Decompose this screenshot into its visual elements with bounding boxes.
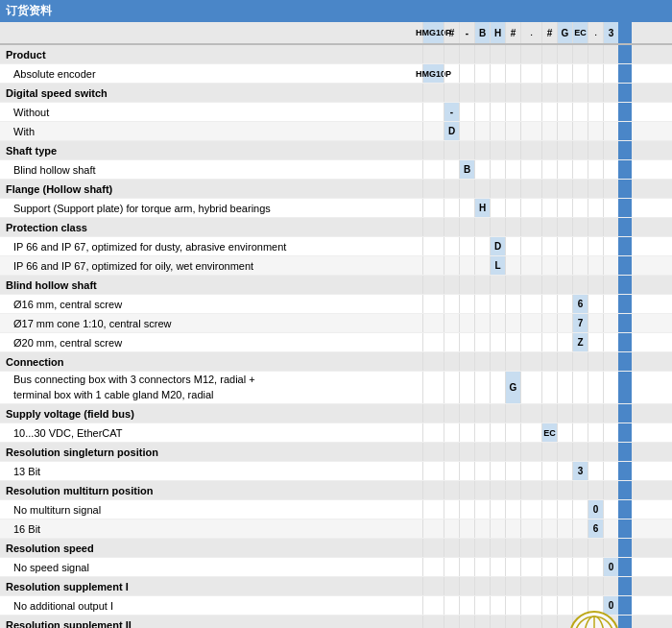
section-res-multi: Resolution multiturn position No multitu…	[0, 481, 672, 539]
section-supply: Supply voltage (field bus) 10...30 VDC, …	[0, 404, 672, 443]
section-header-supply: Supply voltage (field bus)	[0, 404, 672, 423]
section-protection: Protection class IP 66 and IP 67, optimi…	[0, 218, 672, 276]
col-header-label	[0, 22, 422, 43]
row-ip66-dusty: IP 66 and IP 67, optimized for dusty, ab…	[0, 237, 672, 256]
brand-logo: 德	[569, 611, 619, 628]
row-without: Without -	[0, 103, 672, 122]
col-hash2: #	[505, 22, 520, 43]
col-dot1: .	[520, 22, 541, 43]
col-hash1: #	[444, 22, 459, 43]
col-hash3: #	[541, 22, 557, 43]
row-20mm: Ø20 mm, central screw Z	[0, 333, 672, 352]
row-16mm: Ø16 mm, central screw 6	[0, 295, 672, 314]
header-title: 订货资料	[6, 3, 52, 19]
brand-globe-icon: 德	[572, 614, 616, 628]
section-header-res-single: Resolution singleturn position	[0, 443, 672, 462]
section-flange: Flange (Hollow shaft) Support (Support p…	[0, 180, 672, 218]
col-dash: -	[459, 22, 474, 43]
section-res-speed: Resolution speed No speed signal 0	[0, 539, 672, 577]
col-3: 3	[603, 22, 618, 43]
section-header-digital: Digital speed switch	[0, 84, 672, 103]
section-header-res-speed: Resolution speed	[0, 539, 672, 558]
section-product: Product Absolute encoder HMG10P	[0, 45, 672, 84]
row-with: With D	[0, 122, 672, 141]
col-G: G	[557, 22, 572, 43]
section-header-flange: Flange (Hollow shaft)	[0, 180, 672, 199]
column-header-row: HMG10P # - B H # . # G EC . 3	[0, 22, 672, 45]
section-res-single: Resolution singleturn position 13 Bit 3	[0, 443, 672, 481]
section-header-shaft: Shaft type	[0, 141, 672, 160]
section-header-res-multi: Resolution multiturn position	[0, 481, 672, 500]
col-H: H	[490, 22, 505, 43]
row-absolute-encoder: Absolute encoder HMG10P	[0, 64, 672, 84]
col-EC: EC	[572, 22, 588, 43]
row-no-multiturn: No multiturn signal 0	[0, 500, 672, 519]
section-header-product: Product	[0, 45, 672, 64]
page-container: 订货资料 HMG10P # - B H # . # G EC . 3 Produ…	[0, 0, 672, 628]
section-res-supp1: Resolution supplement I No additional ou…	[0, 577, 672, 616]
col-dot2: .	[588, 22, 603, 43]
row-16bit: 16 Bit 6	[0, 519, 672, 539]
col-hmg10p: HMG10P	[422, 22, 444, 43]
row-support: Support (Support plate) for torque arm, …	[0, 199, 672, 218]
header-bar: 订货资料	[0, 0, 672, 22]
row-13bit: 13 Bit 3	[0, 462, 672, 481]
section-shaft: Shaft type Blind hollow shaft B	[0, 141, 672, 180]
row-ip66-oily: IP 66 and IP 67, optimized for oily, wet…	[0, 256, 672, 276]
col-B: B	[474, 22, 490, 43]
row-bus-box: Bus connecting box with 3 connectors M12…	[0, 372, 672, 404]
row-ethercat: 10...30 VDC, EtherCAT EC	[0, 423, 672, 443]
section-header-protection: Protection class	[0, 218, 672, 237]
section-header-bhs: Blind hollow shaft	[0, 276, 672, 295]
row-blind-hollow-shaft: Blind hollow shaft B	[0, 160, 672, 180]
col-right-edge-header	[618, 22, 632, 43]
brand-overlay: 德 西安德伍拓 186-2947-6872 www.motion-control…	[536, 611, 653, 628]
section-header-supp1: Resolution supplement I	[0, 577, 672, 596]
row-no-speed: No speed signal 0	[0, 558, 672, 577]
section-bhs: Blind hollow shaft Ø16 mm, central screw…	[0, 276, 672, 352]
section-connection: Connection Bus connecting box with 3 con…	[0, 352, 672, 404]
row-17mm: Ø17 mm cone 1:10, central screw 7	[0, 314, 672, 333]
section-digital-speed: Digital speed switch Without - With D	[0, 84, 672, 141]
section-header-connection: Connection	[0, 352, 672, 372]
